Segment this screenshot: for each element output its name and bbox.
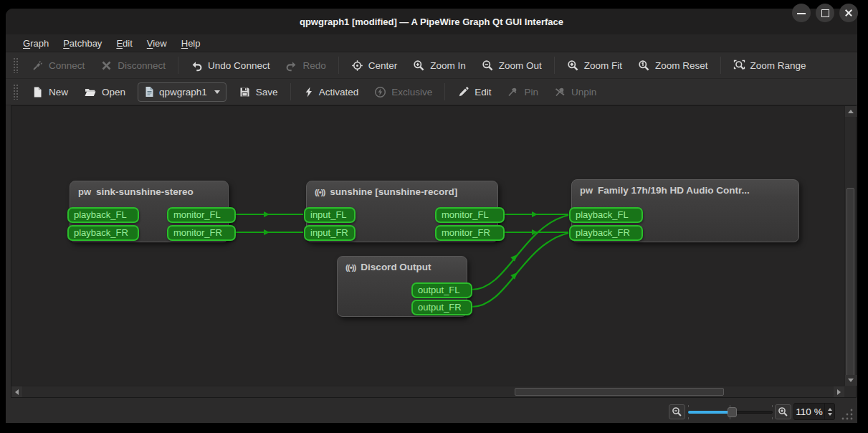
port-playback-fl[interactable]: playback_FL (67, 207, 139, 223)
activated-button[interactable]: Activated (295, 82, 367, 103)
zoom-slider[interactable] (688, 404, 773, 420)
node-sunshine[interactable]: ((•)) sunshine [sunshine-record] input_F… (306, 181, 498, 242)
exclusive-button[interactable]: Exclusive (366, 82, 440, 103)
open-folder-icon (84, 86, 97, 98)
node-discord-output[interactable]: ((•)) Discord Output output_FL output_FR (337, 256, 467, 317)
menu-view[interactable]: View (140, 36, 174, 51)
port-output-fl[interactable]: output_FL (411, 282, 472, 298)
node-header: pw sink-sunshine-stereo (70, 181, 228, 197)
new-file-icon (32, 86, 44, 98)
scroll-left-button[interactable] (11, 386, 22, 397)
disconnect-button[interactable]: Disconnect (92, 55, 173, 76)
undo-icon (191, 60, 203, 72)
port-playback-fl[interactable]: playback_FL (569, 207, 643, 223)
port-input-fr[interactable]: input_FR (304, 225, 356, 241)
patchbay-file-combobox[interactable]: qpwgraph1 (138, 82, 226, 102)
zoom-out-button[interactable]: Zoom Out (474, 55, 550, 76)
connect-label: Connect (49, 60, 85, 71)
spin-down-icon (828, 413, 832, 416)
unpin-button[interactable]: Unpin (546, 82, 604, 103)
port-monitor-fl[interactable]: monitor_FL (435, 207, 505, 223)
redo-icon (285, 60, 297, 72)
resize-grip[interactable] (839, 406, 854, 422)
toolbar-separator (720, 57, 721, 74)
zoom-fit-label: Zoom Fit (584, 60, 622, 71)
toolbar-separator (338, 57, 339, 74)
zoom-in-button[interactable]: Zoom In (405, 55, 474, 76)
pipewire-icon: pw (78, 187, 91, 197)
port-input-fl[interactable]: input_FL (304, 207, 356, 223)
port-monitor-fr[interactable]: monitor_FR (435, 225, 505, 241)
vertical-scrollbar[interactable] (844, 106, 856, 386)
connect-button[interactable]: Connect (24, 55, 92, 76)
toolbar-drag-handle[interactable] (13, 57, 18, 73)
statusbar-zoom-in-button[interactable] (775, 404, 791, 419)
zoom-in-icon (413, 60, 425, 72)
menubar: Graph Patchbay Edit View Help (6, 34, 857, 52)
center-button[interactable]: Center (343, 55, 406, 76)
save-icon (239, 86, 251, 98)
redo-label: Redo (302, 60, 325, 71)
maximize-button[interactable] (816, 4, 834, 22)
activated-bolt-icon (303, 86, 314, 98)
exclusive-bolt-icon (374, 86, 386, 98)
zoom-percent-spinbox[interactable]: 110 % (793, 403, 835, 420)
save-button[interactable]: Save (231, 82, 286, 103)
horizontal-scrollbar[interactable] (11, 386, 844, 397)
minimize-button[interactable] (792, 4, 811, 22)
zoom-out-icon (482, 60, 494, 72)
pin-button[interactable]: Pin (499, 82, 546, 103)
titlebar[interactable]: qpwgraph1 [modified] — A PipeWire Graph … (6, 9, 857, 34)
zoom-slider-handle[interactable] (728, 407, 737, 417)
undo-connect-button[interactable]: Undo Connect (183, 55, 277, 76)
toolbar-separator (554, 57, 555, 74)
new-button[interactable]: New (24, 82, 76, 103)
disconnect-icon (100, 60, 113, 72)
node-title: Discord Output (361, 262, 431, 272)
zoom-fit-button[interactable]: Zoom Fit (559, 55, 630, 76)
zoom-range-button[interactable]: Zoom Range (725, 55, 814, 76)
statusbar-zoom-out-button[interactable] (669, 404, 685, 419)
zoom-out-icon (672, 406, 682, 417)
port-monitor-fl[interactable]: monitor_FL (167, 207, 236, 223)
port-output-fr[interactable]: output_FR (411, 300, 472, 315)
center-icon (351, 60, 363, 72)
unpin-label: Unpin (571, 87, 596, 97)
scroll-up-button[interactable] (845, 106, 857, 117)
pipewire-icon: pw (580, 186, 593, 196)
spin-up-icon (828, 408, 832, 411)
zoom-in-label: Zoom In (430, 60, 466, 71)
port-playback-fr[interactable]: playback_FR (67, 225, 139, 241)
horizontal-scrollbar-thumb[interactable] (515, 388, 724, 396)
spinbox-buttons[interactable] (824, 404, 834, 419)
zoom-percent-value: 110 % (794, 406, 824, 417)
scroll-down-button[interactable] (845, 375, 857, 386)
vertical-scrollbar-thumb[interactable] (846, 188, 854, 380)
menu-help[interactable]: Help (174, 36, 208, 51)
toolbar-drag-handle[interactable] (13, 84, 18, 100)
open-button[interactable]: Open (76, 82, 133, 103)
port-monitor-fr[interactable]: monitor_FR (167, 225, 236, 241)
connection-wires (11, 106, 844, 386)
node-header: ((•)) sunshine [sunshine-record] (307, 181, 497, 197)
node-sink-sunshine-stereo[interactable]: pw sink-sunshine-stereo playback_FL play… (70, 181, 229, 242)
patchbay-file-icon (144, 86, 155, 97)
menu-patchbay[interactable]: Patchbay (56, 36, 109, 51)
arrow-up-icon (848, 110, 854, 113)
node-header: ((•)) Discord Output (338, 257, 467, 272)
toolbar-separator (444, 83, 445, 100)
edit-pencil-icon (457, 86, 469, 98)
exclusive-label: Exclusive (391, 87, 432, 97)
zoom-slider-fill (688, 411, 729, 414)
close-button[interactable] (839, 4, 858, 22)
menu-edit[interactable]: Edit (109, 36, 139, 51)
redo-button[interactable]: Redo (277, 55, 333, 76)
port-playback-fr[interactable]: playback_FR (569, 225, 643, 241)
stream-icon: ((•)) (345, 262, 356, 272)
node-family-hd-audio[interactable]: pw Family 17h/19h HD Audio Contr... play… (571, 179, 799, 242)
zoom-reset-button[interactable]: Zoom Reset (630, 55, 716, 76)
save-label: Save (256, 87, 278, 97)
menu-graph[interactable]: Graph (16, 36, 56, 51)
edit-button[interactable]: Edit (449, 82, 499, 103)
scroll-right-button[interactable] (834, 386, 844, 397)
